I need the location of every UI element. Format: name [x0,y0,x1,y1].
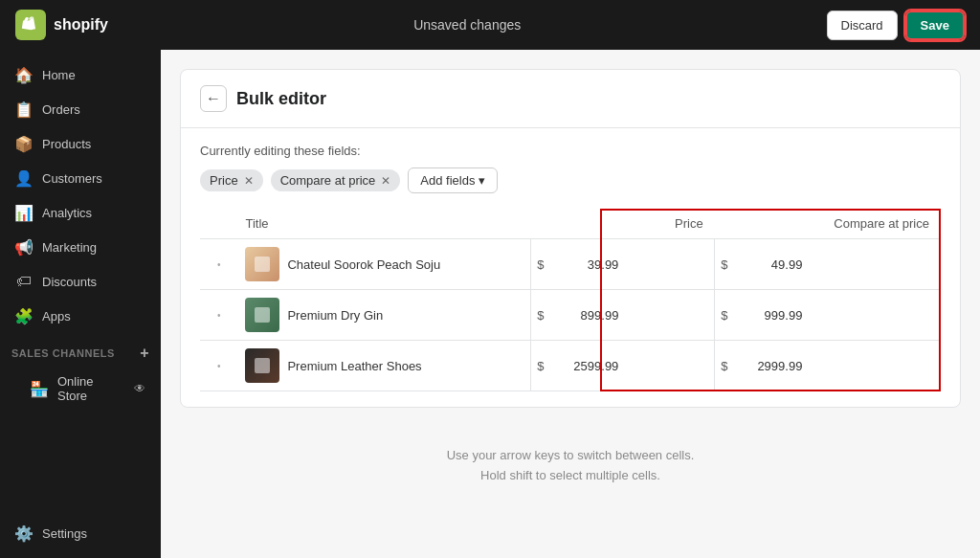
sidebar-item-online-store[interactable]: 🏪 Online Store 👁 [4,367,157,411]
price-currency-0: $ [531,257,549,272]
sidebar-item-discounts[interactable]: 🏷 Discounts [4,265,157,298]
product-thumb-1 [245,298,279,332]
hint-line2: Hold shift to select multiple cells. [199,466,942,486]
topbar: shopify Unsaved changes Discard Save [0,0,980,50]
sidebar-item-customers-label: Customers [42,171,102,186]
price-cell-2[interactable]: $ [531,341,715,391]
editing-label: Currently editing these fields: [200,144,941,158]
online-store-icon: 🏪 [31,380,48,397]
sidebar-item-analytics[interactable]: 📊 Analytics [4,196,157,229]
table-row: • Premium Leather Shoes $ $ [200,341,941,391]
sidebar-item-orders[interactable]: 📋 Orders [4,93,157,125]
compare-input-2[interactable] [733,351,810,381]
analytics-icon: 📊 [15,204,33,221]
apps-icon: 🧩 [15,307,33,324]
price-cell-1[interactable]: $ [531,290,715,341]
sidebar-item-apps[interactable]: 🧩 Apps [4,300,157,332]
price-input-1[interactable] [549,301,626,330]
row-dot: • [200,290,234,341]
product-thumb-2 [245,348,279,383]
sidebar-item-products[interactable]: 📦 Products [4,127,157,160]
table-body: • Chateul Soorok Peach Soju $ $ [200,239,941,391]
add-fields-button[interactable]: Add fields ▾ [408,167,498,193]
product-name-2: Premium Leather Shoes [287,359,421,373]
svg-rect-0 [255,257,270,272]
sidebar: 🏠 Home 📋 Orders 📦 Products 👤 Customers 📊… [0,50,161,558]
bulk-editor-card: ← Bulk editor Currently editing these fi… [180,69,961,408]
products-icon: 📦 [15,135,33,152]
compare-input-1[interactable] [733,301,810,330]
col-title-header: Title [234,209,530,239]
discard-button[interactable]: Discard [827,11,898,40]
sidebar-item-home[interactable]: 🏠 Home [4,58,157,91]
content-area: ← Bulk editor Currently editing these fi… [161,50,980,558]
card-header: ← Bulk editor [181,70,960,128]
logo-text: shopify [54,16,108,33]
save-button[interactable]: Save [905,11,965,40]
svg-rect-2 [255,358,270,373]
sidebar-item-home-label: Home [42,68,76,82]
compare-currency-2: $ [715,359,733,373]
sidebar-bottom: ⚙️ Settings [0,516,161,550]
sales-channels-label: SALES CHANNELS [11,347,115,359]
topbar-actions: Discard Save [827,11,965,40]
back-button[interactable]: ← [200,85,227,112]
sidebar-item-orders-label: Orders [42,102,80,117]
compare-tag-label: Compare at price [280,173,376,188]
bulk-table: Title Price Compare at price [200,209,941,391]
table-row: • Chateul Soorok Peach Soju $ $ [200,239,941,290]
sidebar-item-settings[interactable]: ⚙️ Settings [4,517,157,549]
sidebar-item-apps-label: Apps [42,309,71,324]
row-dot: • [200,341,234,391]
home-icon: 🏠 [15,66,33,83]
col-price-header: Price [531,209,715,239]
remove-price-tag[interactable]: ✕ [244,174,254,188]
hint-line1: Use your arrow keys to switch between ce… [199,446,942,466]
customers-icon: 👤 [15,169,33,187]
price-currency-2: $ [531,359,549,373]
hint-area: Use your arrow keys to switch between ce… [180,408,961,525]
field-tag-compare: Compare at price ✕ [271,169,401,191]
shopify-logo-icon [15,10,46,40]
table-header-row: Title Price Compare at price [200,209,941,239]
compare-cell-2[interactable]: $ [715,341,941,391]
title-cell-0: Chateul Soorok Peach Soju [234,239,530,290]
online-store-eye-icon[interactable]: 👁 [134,382,145,395]
page-title: Bulk editor [236,89,326,109]
orders-icon: 📋 [15,100,33,118]
add-fields-label: Add fields [420,173,475,188]
sidebar-item-online-store-label: Online Store [57,374,124,403]
price-input-2[interactable] [549,351,626,381]
compare-cell-0[interactable]: $ [715,239,941,290]
logo: shopify [15,10,108,40]
sales-channels-section: SALES CHANNELS + [0,333,161,366]
compare-cell-1[interactable]: $ [715,290,941,341]
svg-rect-1 [255,307,270,323]
title-cell-1: Premium Dry Gin [234,290,530,341]
compare-input-0[interactable] [733,250,810,279]
compare-currency-0: $ [715,257,733,272]
sidebar-item-products-label: Products [42,137,91,151]
col-compare-header: Compare at price [715,209,941,239]
bulk-table-wrapper: Title Price Compare at price [200,209,941,391]
price-input-0[interactable] [549,250,626,279]
price-tag-label: Price [210,173,238,188]
add-sales-channel-icon[interactable]: + [140,345,149,362]
price-currency-1: $ [531,308,549,323]
marketing-icon: 📢 [15,238,33,256]
sidebar-item-discounts-label: Discounts [42,275,97,289]
sidebar-item-customers[interactable]: 👤 Customers [4,162,157,194]
sidebar-item-marketing[interactable]: 📢 Marketing [4,231,157,263]
title-cell-2: Premium Leather Shoes [234,341,530,391]
topbar-title: Unsaved changes [413,17,521,33]
product-thumb-0 [245,247,279,281]
settings-icon: ⚙️ [15,525,33,542]
table-row: • Premium Dry Gin $ $ [200,290,941,341]
price-cell-0[interactable]: $ [531,239,715,290]
dot-col-header [200,209,234,239]
add-fields-chevron-icon: ▾ [479,173,485,188]
main-layout: 🏠 Home 📋 Orders 📦 Products 👤 Customers 📊… [0,50,980,558]
compare-currency-1: $ [715,308,733,323]
field-tag-price: Price ✕ [200,169,263,191]
remove-compare-tag[interactable]: ✕ [381,174,390,188]
